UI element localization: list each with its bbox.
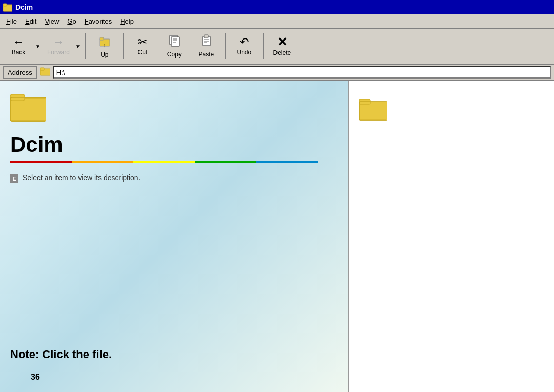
- svg-rect-12: [204, 35, 208, 38]
- color-line: [10, 161, 318, 163]
- address-label: Address: [3, 66, 37, 79]
- svg-rect-26: [360, 119, 386, 120]
- svg-rect-22: [11, 120, 45, 121]
- svg-text:↑: ↑: [103, 43, 106, 48]
- back-icon: ←: [13, 36, 24, 48]
- toolbar-sep-1: [85, 33, 86, 59]
- menu-file[interactable]: File: [2, 15, 21, 27]
- forward-button[interactable]: → Forward: [43, 31, 74, 61]
- toolbar-sep-3: [225, 33, 226, 59]
- menu-edit[interactable]: Edit: [21, 15, 41, 27]
- toolbar-sep-2: [123, 33, 124, 59]
- back-group: ← Back ▼: [3, 31, 42, 61]
- paste-icon: [200, 34, 213, 50]
- back-label: Back: [12, 49, 26, 56]
- svg-rect-7: [171, 37, 179, 46]
- back-dropdown[interactable]: ▼: [34, 31, 42, 61]
- menu-go[interactable]: Go: [63, 15, 80, 27]
- delete-button[interactable]: ✕ Delete: [267, 31, 298, 61]
- menu-help[interactable]: Help: [116, 15, 138, 27]
- toolbar-sep-4: [263, 33, 264, 59]
- left-panel: Dcim E Select an item to view its descri…: [0, 81, 349, 392]
- note-text: Note: Click the file.: [10, 348, 112, 361]
- svg-rect-4: [100, 37, 104, 40]
- address-folder-icon: [40, 67, 50, 78]
- toolbar: ← Back ▼ → Forward ▼ ↑ Up ✂ Cut: [0, 29, 554, 65]
- folder-title: Dcim: [10, 132, 338, 157]
- copy-icon: [168, 34, 181, 50]
- forward-label: Forward: [47, 49, 70, 56]
- paste-button[interactable]: Paste: [191, 31, 222, 61]
- cut-icon: ✂: [138, 36, 147, 48]
- delete-icon: ✕: [277, 36, 287, 48]
- up-button[interactable]: ↑ Up: [89, 31, 120, 61]
- forward-dropdown[interactable]: ▼: [74, 31, 82, 61]
- undo-icon: ↶: [240, 36, 249, 48]
- cut-label: Cut: [137, 49, 147, 56]
- menu-view[interactable]: View: [41, 15, 63, 27]
- svg-rect-2: [3, 4, 7, 6]
- expand-icon: E: [10, 174, 18, 183]
- up-label: Up: [101, 51, 108, 58]
- svg-rect-1: [3, 6, 12, 11]
- copy-label: Copy: [167, 51, 182, 58]
- right-panel: [349, 81, 554, 392]
- forward-icon: →: [53, 36, 64, 48]
- address-input[interactable]: [53, 66, 551, 79]
- title-bar: Dcim: [0, 0, 554, 14]
- svg-rect-19: [10, 99, 46, 121]
- title-bar-text: Dcim: [15, 3, 33, 11]
- description-area: E Select an item to view its description…: [10, 173, 338, 183]
- undo-label: Undo: [236, 49, 251, 56]
- folder-icon-large: [10, 91, 46, 124]
- svg-rect-17: [40, 68, 44, 70]
- back-button[interactable]: ← Back: [3, 31, 34, 61]
- menu-bar: File Edit View Go Favorites Help: [0, 14, 554, 29]
- page-number: 36: [31, 373, 40, 382]
- folder-icon-small[interactable]: [359, 96, 387, 123]
- undo-button[interactable]: ↶ Undo: [229, 31, 260, 61]
- forward-group: → Forward ▼: [43, 31, 82, 61]
- description-text: Select an item to view its description.: [23, 173, 141, 182]
- main-content: Dcim E Select an item to view its descri…: [0, 81, 554, 392]
- up-icon: ↑: [97, 34, 112, 50]
- delete-label: Delete: [273, 49, 291, 56]
- copy-button[interactable]: Copy: [159, 31, 190, 61]
- title-bar-folder-icon: [3, 3, 12, 12]
- menu-favorites[interactable]: Favorites: [81, 15, 116, 27]
- paste-label: Paste: [198, 51, 214, 58]
- cut-button[interactable]: ✂ Cut: [127, 31, 158, 61]
- address-bar: Address: [0, 65, 554, 81]
